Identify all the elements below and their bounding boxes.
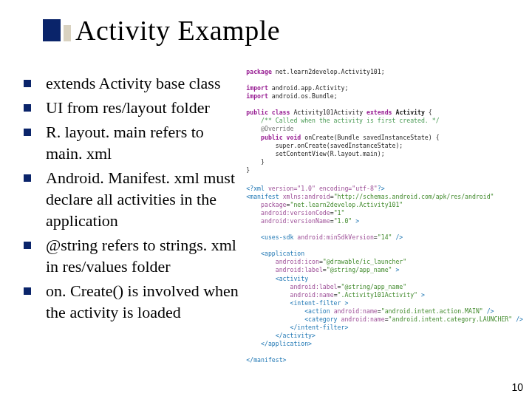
xml-attr: xmlns:android	[283, 193, 330, 200]
xml-value: "14"	[378, 233, 392, 241]
xml-attr: android:name	[334, 307, 378, 315]
page-number: 10	[511, 381, 523, 393]
title-accent2-icon	[64, 25, 71, 41]
xml-tag: <activity	[276, 275, 308, 282]
xml-attr: version="1.0" encoding="utf-8"	[265, 185, 378, 192]
xml-attr: android:versionName	[261, 217, 330, 225]
keyword: package	[246, 68, 272, 75]
xml-tag: >	[421, 291, 425, 299]
xml-value: "android.intent.category.LAUNCHER"	[389, 316, 513, 323]
xml-tag: >	[344, 299, 348, 307]
keyword: import	[246, 84, 268, 92]
keyword: import	[246, 92, 268, 100]
xml-value: "android.intent.action.MAIN"	[381, 307, 483, 315]
xml-tag: />	[512, 316, 523, 323]
xml-tag: >	[395, 266, 399, 273]
import-line: android.app.Activity;	[272, 84, 349, 92]
xml-value: "1.0"	[334, 217, 352, 225]
xml-tag: </manifest>	[246, 356, 286, 364]
super-class: Activity	[395, 109, 424, 116]
xml-value: ".Activity101Activity"	[338, 291, 417, 299]
bullet-column: extends Activity base class UI from res/…	[7, 68, 245, 377]
xml-tag: />	[392, 233, 403, 241]
xml-tag: >	[355, 217, 359, 225]
list-item: @string refers to strings. xml in res/va…	[24, 234, 240, 277]
xml-tag: ?>	[378, 185, 385, 192]
xml-value: "1"	[334, 209, 345, 216]
slide: Activity Example extends Activity base c…	[0, 0, 532, 399]
keyword: public void	[261, 134, 301, 141]
xml-attr: android:minSdkVersion	[297, 233, 374, 241]
code-line: }	[246, 166, 250, 174]
list-item: Android. Manifest. xml must declare all …	[24, 167, 240, 231]
xml-attr: android:name	[341, 316, 385, 323]
xml-value: "@string/app_name"	[327, 266, 392, 273]
import-line: android.os.Bundle;	[272, 92, 338, 100]
xml-tag: </intent-filter>	[290, 324, 348, 331]
body-columns: extends Activity base class UI from res/…	[7, 68, 525, 377]
xml-tag: <intent-filter	[290, 299, 341, 307]
xml-code: <?xml version="1.0" encoding="utf-8"?> <…	[246, 185, 523, 364]
xml-tag: </activity>	[276, 332, 316, 339]
comment: /** Called when the activity is first cr…	[261, 117, 440, 124]
xml-tag: <manifest	[246, 193, 279, 200]
xml-tag: <?xml	[246, 185, 265, 192]
list-item: on. Create() is involved when the activi…	[24, 280, 240, 323]
method-name: onCreate(Bundle savedInstanceState) {	[304, 134, 439, 141]
xml-tag: <action	[304, 307, 330, 315]
slide-title: Activity Example	[75, 16, 517, 46]
code-line: setContentView(R.layout.main);	[276, 150, 385, 157]
xml-value: "@drawable/ic_launcher"	[323, 258, 406, 265]
bullet-list: extends Activity base class UI from res/…	[24, 72, 240, 323]
title-area: Activity Example	[43, 16, 517, 46]
xml-tag: />	[483, 307, 494, 315]
xml-tag: <category	[304, 316, 337, 323]
title-accent-icon	[43, 19, 61, 41]
class-name: Activity101Activity	[293, 109, 363, 116]
java-code: package net.learn2develop.Activity101; i…	[246, 68, 523, 174]
xml-attr: android:name	[290, 291, 333, 299]
xml-attr: package	[261, 201, 287, 208]
list-item: UI from res/layout folder	[24, 97, 240, 118]
list-item: extends Activity base class	[24, 72, 240, 94]
code-line: }	[261, 158, 265, 166]
xml-value: "net.learn2develop.Activity101"	[290, 201, 403, 208]
xml-value: "http://schemas.android.com/apk/res/andr…	[334, 193, 494, 200]
code-column: package net.learn2develop.Activity101; i…	[245, 68, 525, 377]
xml-attr: android:label	[290, 283, 337, 290]
keyword: public class	[246, 109, 290, 116]
xml-attr: android:versionCode	[261, 209, 330, 216]
xml-tag: <application	[261, 250, 304, 257]
xml-attr: android:icon	[276, 258, 319, 265]
list-item: R. layout. main refers to main. xml	[24, 121, 240, 164]
annotation: @Override	[261, 125, 293, 132]
keyword: extends	[366, 109, 392, 116]
xml-tag: <uses-sdk	[261, 233, 293, 241]
code-line: super.onCreate(savedInstanceState);	[276, 142, 403, 149]
xml-tag: </application>	[261, 340, 312, 347]
xml-value: "@string/app_name"	[341, 283, 407, 290]
xml-attr: android:label	[276, 266, 323, 273]
package-name: net.learn2develop.Activity101;	[276, 68, 385, 75]
